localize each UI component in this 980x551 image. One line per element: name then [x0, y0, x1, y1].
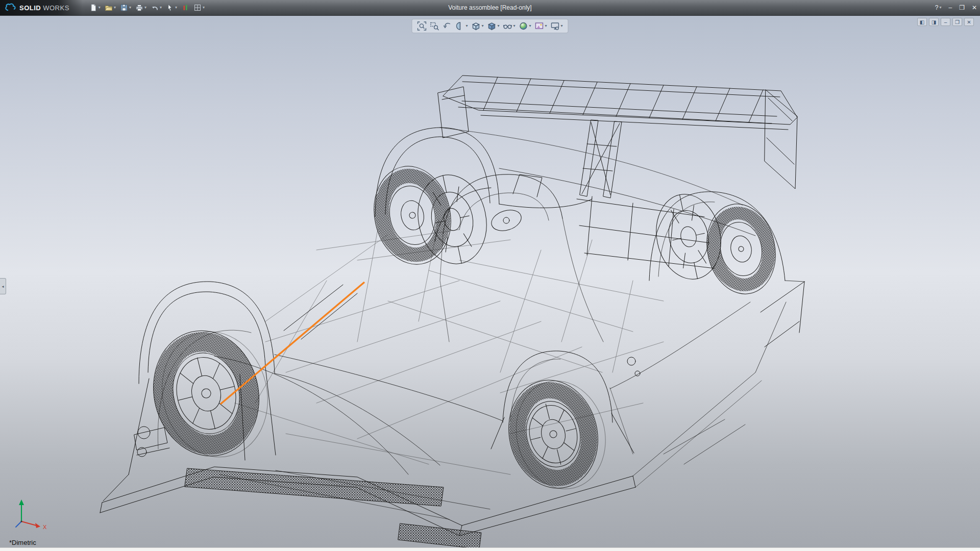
- chassis-lines: [235, 219, 664, 474]
- zoom-to-area-icon: [430, 21, 439, 31]
- display-style-icon: [487, 21, 496, 31]
- edit-appearance-ball-icon: [519, 21, 528, 31]
- dropdown-caret-icon: ▾: [545, 24, 547, 28]
- new-document-button[interactable]: ▾: [88, 3, 102, 13]
- undo-arrow-icon: [151, 4, 159, 12]
- dropdown-caret-icon: ▾: [939, 6, 941, 10]
- open-folder-icon: [105, 4, 113, 12]
- zoom-to-fit-icon: [417, 21, 426, 31]
- wheel-front-left[interactable]: [140, 317, 281, 470]
- dropdown-caret-icon: ▾: [513, 24, 515, 28]
- orientation-triad: X: [16, 499, 47, 530]
- dropdown-caret-icon: ▾: [529, 24, 531, 28]
- dropdown-caret-icon: ▾: [465, 24, 468, 28]
- minimize-button[interactable]: –: [948, 4, 952, 11]
- dropdown-caret-icon: ▾: [114, 6, 116, 10]
- model-wireframe[interactable]: [100, 76, 804, 549]
- edit-appearance-button[interactable]: ▾: [518, 20, 533, 32]
- save-floppy-icon: [120, 4, 128, 12]
- arrange-right-button[interactable]: ◨: [929, 18, 939, 26]
- zoom-to-fit-button[interactable]: [415, 20, 428, 32]
- instant3d-icon: [181, 4, 189, 12]
- hide-show-items-button[interactable]: ▾: [501, 20, 517, 32]
- undo-button[interactable]: ▾: [149, 3, 163, 13]
- close-button[interactable]: ✕: [972, 4, 977, 11]
- view-orientation-button[interactable]: ▾: [470, 20, 485, 32]
- view-orientation-label: *Dimetric: [9, 539, 36, 546]
- help-button[interactable]: ? ▾: [935, 4, 942, 11]
- display-style-button[interactable]: ▾: [485, 20, 501, 32]
- dropdown-caret-icon: ▾: [160, 6, 162, 10]
- options-grid-icon: [193, 4, 202, 12]
- instant3d-button[interactable]: [180, 3, 191, 13]
- select-button[interactable]: ▾: [164, 3, 179, 13]
- dassault-3ds-logo-icon: [4, 3, 17, 12]
- dropdown-caret-icon: ▾: [129, 6, 131, 10]
- dropdown-caret-icon: ▾: [203, 6, 205, 10]
- wheel-front-right[interactable]: [498, 369, 617, 500]
- window-title: Voiture assomblee [Read-only]: [448, 0, 531, 15]
- hide-show-glasses-icon: [503, 21, 512, 31]
- help-label: ?: [935, 4, 939, 11]
- section-view-icon: [455, 21, 464, 31]
- print-icon: [135, 4, 143, 12]
- feature-panel-collapse-tab[interactable]: ◂: [0, 278, 6, 294]
- apply-scene-button[interactable]: ▾: [533, 20, 549, 32]
- solidworks-window: SOLIDWORKS ▾ ▾ ▾ ▾ ▾: [0, 0, 980, 551]
- open-button[interactable]: ▾: [103, 3, 117, 13]
- wheel-rear-right[interactable]: [649, 188, 783, 300]
- section-view-button[interactable]: ▾: [454, 20, 469, 32]
- heads-up-view-toolbar: ▾ ▾ ▾ ▾ ▾ ▾ ▾: [411, 19, 568, 33]
- arrange-left-button[interactable]: ◧: [917, 18, 927, 26]
- dropdown-caret-icon: ▾: [144, 6, 146, 10]
- model-scene[interactable]: X: [0, 15, 980, 551]
- maximize-button[interactable]: ❐: [959, 4, 965, 11]
- triad-x-label: X: [43, 524, 47, 530]
- brand-name-bold: SOLID: [19, 4, 41, 12]
- dropdown-caret-icon: ▾: [175, 6, 177, 10]
- dropdown-caret-icon: ▾: [481, 24, 483, 28]
- view-orientation-cube-icon: [471, 21, 480, 31]
- main-toolbar: ▾ ▾ ▾ ▾ ▾ ▾: [88, 3, 206, 13]
- selected-edge[interactable]: [220, 282, 364, 404]
- brand-name-light: WORKS: [43, 4, 69, 12]
- close-document-button[interactable]: ✕: [964, 18, 974, 26]
- select-cursor-icon: [166, 4, 174, 12]
- save-button[interactable]: ▾: [118, 3, 133, 13]
- wheel-rear-left[interactable]: [365, 159, 494, 272]
- status-bar-strip: [0, 547, 980, 551]
- previous-view-button[interactable]: [441, 20, 453, 32]
- zoom-to-area-button[interactable]: [428, 20, 440, 32]
- graphics-area[interactable]: X ▾ ▾ ▾: [0, 15, 980, 551]
- mesh-grille[interactable]: [185, 468, 481, 549]
- window-controls: ? ▾ – ❐ ✕: [935, 0, 977, 15]
- apply-scene-icon: [535, 21, 544, 31]
- previous-view-icon: [443, 21, 452, 31]
- title-bar: SOLIDWORKS ▾ ▾ ▾ ▾ ▾: [0, 0, 980, 16]
- dropdown-caret-icon: ▾: [99, 6, 101, 10]
- view-settings-button[interactable]: ▾: [549, 20, 565, 32]
- restore-document-button[interactable]: ❐: [952, 18, 962, 26]
- brand: SOLIDWORKS: [0, 0, 83, 15]
- rear-wing[interactable]: [438, 76, 797, 198]
- dropdown-caret-icon: ▾: [497, 24, 499, 28]
- view-settings-icon: [551, 21, 560, 31]
- minimize-document-button[interactable]: –: [941, 18, 950, 26]
- options-button[interactable]: ▾: [192, 3, 206, 13]
- dropdown-caret-icon: ▾: [561, 24, 563, 28]
- new-document-icon: [89, 4, 97, 12]
- print-button[interactable]: ▾: [134, 3, 148, 13]
- document-window-controls: ◧ ◨ – ❐ ✕: [917, 18, 974, 26]
